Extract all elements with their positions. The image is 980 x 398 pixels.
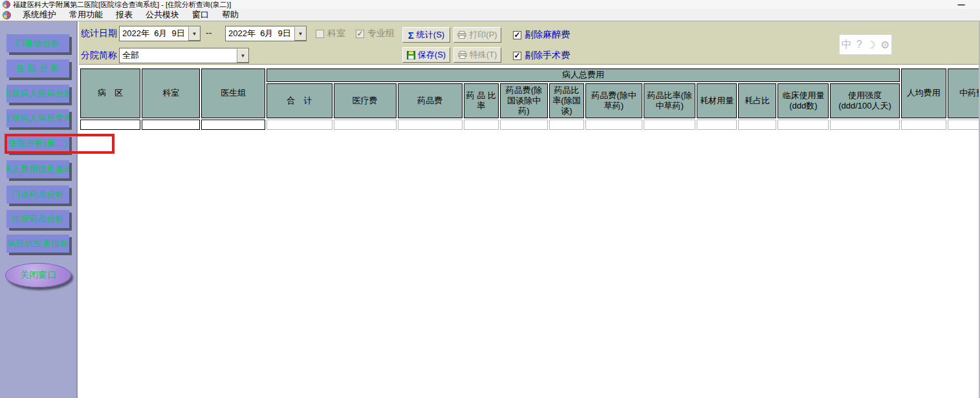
sigma-icon: Σ: [408, 30, 414, 41]
dept-checkbox-box[interactable]: [316, 30, 324, 38]
table-cell: [738, 120, 776, 130]
col-header-drug-ratio-ex-nego: 药品比率(除国谈): [549, 83, 584, 118]
sidebar-item-outpatient-analysis[interactable]: 门急诊分析: [6, 34, 69, 52]
sidebar-item-inpatient-drug-analysis[interactable]: 住院药品分析: [6, 210, 69, 228]
sidebar-item-inpatient-analysis-quan2[interactable]: 住院分析(泉二): [6, 134, 69, 152]
mdi-child-pie-icon[interactable]: [3, 11, 11, 19]
date-from-value: 2022年 6月 9日: [120, 26, 188, 41]
print-button: 打印(P): [453, 27, 501, 43]
table-cell[interactable]: [201, 120, 265, 130]
ime-punctuation-icon[interactable]: ?: [856, 39, 862, 50]
printer-icon: [458, 51, 467, 59]
date-to-value: 2022年 6月 9日: [226, 26, 294, 41]
date-to-dropdown-icon[interactable]: ▼: [294, 26, 306, 41]
remove-surgery-label: 剔除手术费: [525, 50, 570, 61]
dept-checkbox-label: 科室: [327, 28, 345, 39]
statistics-button[interactable]: Σ 统计(S): [402, 27, 450, 43]
menu-reports[interactable]: 报表: [109, 9, 139, 21]
save-button[interactable]: 保存(S): [402, 47, 450, 63]
sidebar-item-ward-antibiotic-index[interactable]: 病区抗生素指标: [6, 235, 69, 253]
statistics-button-label: 统计(S): [417, 29, 444, 41]
ime-language-mode[interactable]: 中: [842, 38, 852, 52]
save-floppy-icon: [407, 51, 415, 59]
col-header-usage-intensity: 使用强度 (ddd/100人天): [830, 83, 899, 118]
remove-surgery-checkbox[interactable]: 剔除手术费: [513, 50, 570, 61]
print-button-label: 打印(P): [469, 29, 497, 41]
col-header-ward: 病 区: [80, 68, 140, 118]
ime-settings-gear-icon[interactable]: ⚙: [880, 39, 889, 51]
table-cell: [334, 120, 397, 130]
remove-anesthesia-checkbox-box[interactable]: [513, 31, 521, 39]
sidebar-item-inpatient-analysis[interactable]: 住 院 分 析: [6, 59, 69, 78]
remove-anesthesia-checkbox[interactable]: 剔除麻醉费: [513, 29, 570, 41]
menu-system-maintenance[interactable]: 系统维护: [16, 9, 63, 21]
col-header-drug-fee-ex-herb: 药品费(除中草药): [585, 83, 642, 118]
menu-window[interactable]: 窗口: [186, 9, 215, 21]
branch-label: 分院简称: [81, 50, 117, 61]
printer-icon: [457, 31, 466, 39]
table-row: [80, 120, 980, 130]
col-header-drug-ratio: 药 品 比 率: [464, 83, 499, 118]
special-button: 特殊(T): [453, 47, 501, 63]
stat-date-label: 统计日期: [81, 28, 117, 39]
save-button-label: 保存(S): [418, 49, 446, 61]
col-header-tcm-fee: 中药费: [948, 68, 980, 118]
col-header-drug-ratio-ex-herb: 药品比率(除中草药): [644, 83, 695, 118]
window-title: 福建医科大学附属第二医院[医院综合查询系统] - [住院分析查询(泉二)]: [13, 0, 231, 10]
date-to-picker[interactable]: 2022年 6月 9日 ▼: [225, 26, 307, 41]
table-cell[interactable]: [80, 120, 140, 130]
sidebar-item-patient-fee-query[interactable]: 病人费用信息查询: [6, 160, 69, 178]
remove-surgery-checkbox-box[interactable]: [513, 52, 521, 60]
branch-select-value: 全部: [120, 48, 237, 63]
special-button-label: 特殊(T): [470, 49, 497, 61]
date-range-separator: --: [206, 28, 212, 38]
date-from-picker[interactable]: 2022年 6月 9日 ▼: [119, 26, 201, 41]
menu-public-modules[interactable]: 公共模块: [139, 9, 186, 21]
table-cell: [778, 120, 829, 130]
col-header-drug-fee-ex-nego-tcm: 药品费(除国谈除中药): [500, 83, 548, 118]
col-header-dept: 科室: [142, 68, 200, 118]
menu-help[interactable]: 帮助: [215, 9, 245, 21]
specialty-group-checkbox[interactable]: 专业组: [356, 28, 395, 39]
table-cell: [830, 120, 899, 130]
col-header-drug-fee: 药品费: [398, 83, 463, 118]
table-cell: [585, 120, 642, 130]
title-bar: 福建医科大学附属第二医院[医院综合查询系统] - [住院分析查询(泉二)]: [0, 0, 980, 9]
table-cell: [500, 120, 548, 130]
branch-dropdown-icon[interactable]: ▼: [237, 48, 248, 63]
dept-checkbox[interactable]: 科室: [316, 28, 345, 39]
table-cell: [464, 120, 499, 130]
specialty-group-checkbox-box[interactable]: [356, 30, 364, 38]
table-cell: [697, 120, 737, 130]
result-grid: 病 区 科室 医生组 病人总费用 人均费用 中药费 合 计 医疗费 药品费 药 …: [79, 67, 980, 131]
sidebar: 门急诊分析 住 院 分 析 出院病人疾病分析 住院病人病历查询 住院分析(泉二)…: [0, 21, 78, 398]
ime-fullwidth-moon-icon[interactable]: ☽: [867, 39, 876, 51]
date-from-dropdown-icon[interactable]: ▼: [188, 26, 200, 41]
table-cell: [549, 120, 584, 130]
col-header-consumable-ratio: 耗占比: [738, 83, 776, 118]
col-group-total-patient-fee: 病人总费用: [267, 68, 899, 82]
specialty-group-checkbox-label: 专业组: [367, 28, 395, 39]
minimize-button[interactable]: —: [953, 1, 969, 8]
table-cell[interactable]: [142, 120, 200, 130]
col-header-clinical-usage-ddd: 临床使用量(ddd数): [778, 83, 829, 118]
table-cell: [948, 120, 980, 130]
table-cell: [644, 120, 695, 130]
remove-anesthesia-label: 剔除麻醉费: [525, 29, 570, 41]
close-window-button[interactable]: 关闭窗口: [5, 263, 71, 288]
col-header-medical-fee: 医疗费: [334, 83, 397, 118]
branch-select[interactable]: 全部 ▼: [119, 48, 249, 63]
col-header-doctor-group: 医生组: [201, 68, 265, 118]
table-cell: [267, 120, 332, 130]
sidebar-item-discharge-disease[interactable]: 出院病人疾病分析: [6, 85, 69, 103]
menu-bar: 系统维护 常用功能 报表 公共模块 窗口 帮助: [0, 9, 980, 21]
app-pie-icon: [3, 1, 10, 8]
main-content: 统计日期 2022年 6月 9日 ▼ -- 2022年 6月 9日 ▼ 科室: [79, 21, 980, 398]
sidebar-item-inpatient-record-query[interactable]: 住院病人病历查询: [6, 109, 69, 127]
menu-common-functions[interactable]: 常用功能: [63, 9, 109, 21]
sidebar-item-outpatient-drug-analysis[interactable]: 门诊药品分析: [6, 185, 69, 204]
col-header-per-capita-fee: 人均费用: [901, 68, 946, 118]
table-cell: [398, 120, 463, 130]
ime-toolbar: 中 ? ☽ ⚙: [839, 34, 892, 55]
table-cell: [901, 120, 946, 130]
